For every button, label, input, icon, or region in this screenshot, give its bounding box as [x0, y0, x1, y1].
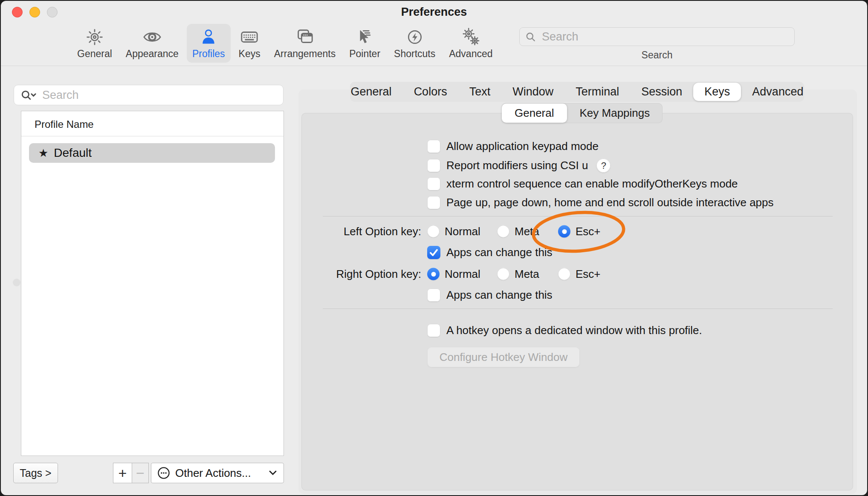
radio-right-option-esc[interactable]: [558, 268, 570, 280]
tab-label: Advanced: [752, 85, 803, 98]
add-remove-group: + −: [113, 463, 149, 483]
toolbar-item-shortcuts[interactable]: Shortcuts: [388, 24, 441, 63]
profile-search-input[interactable]: [14, 85, 283, 105]
left-option-key-label: Left Option key:: [301, 225, 421, 238]
other-actions-label: Other Actions...: [175, 467, 263, 480]
add-profile-button[interactable]: +: [113, 463, 132, 483]
tab-label: Text: [469, 85, 491, 98]
checkbox-left-apps-change[interactable]: [427, 246, 440, 259]
windows-icon: [295, 27, 315, 47]
toolbar-item-general[interactable]: General: [72, 24, 118, 63]
subtab-label: Key Mappings: [580, 107, 650, 119]
row-right-apps-change: Apps can change this: [427, 288, 553, 302]
other-actions-dropdown[interactable]: Other Actions...: [151, 463, 284, 483]
profile-tabs: General Colors Text Window Terminal Sess…: [350, 82, 804, 102]
help-button[interactable]: ?: [596, 159, 610, 173]
toolbar-item-label: Advanced: [449, 48, 492, 60]
radio-label: Meta: [515, 225, 539, 238]
keys-subtabs: General Key Mappings: [502, 103, 663, 123]
radio-label: Normal: [445, 225, 480, 238]
checkbox-xterm-modifyotherkeys[interactable]: [427, 177, 440, 190]
chevron-down-icon: [268, 470, 278, 476]
profile-name: Default: [54, 146, 92, 160]
header-divider: [21, 136, 284, 136]
subtab-label: General: [515, 107, 554, 119]
checkbox-label: A hotkey opens a dedicated window with t…: [446, 324, 702, 337]
tab-session[interactable]: Session: [630, 83, 693, 101]
radio-label: Normal: [445, 268, 480, 281]
double-gear-icon: [461, 27, 480, 47]
checkbox-report-csi-u[interactable]: [427, 159, 440, 172]
tab-label: Colors: [414, 85, 447, 98]
tags-button[interactable]: Tags >: [13, 463, 58, 483]
toolbar-item-profiles[interactable]: Profiles: [187, 24, 231, 63]
checkbox-page-scroll-outside[interactable]: [427, 196, 440, 209]
radio-label: Esc+: [576, 225, 601, 238]
radio-left-option-esc[interactable]: [558, 225, 570, 238]
checkbox-label: Report modifiers using CSI u: [446, 159, 588, 172]
radio-right-option-meta[interactable]: [497, 268, 509, 280]
section-divider: [323, 309, 833, 309]
tab-colors[interactable]: Colors: [403, 83, 458, 101]
keyboard-icon: [240, 27, 259, 47]
window-title: Preferences: [1, 6, 867, 19]
person-icon: [199, 27, 218, 47]
toolbar-item-arrangements[interactable]: Arrangements: [269, 24, 341, 63]
toolbar-divider: [1, 66, 867, 66]
ellipsis-circle-icon: [157, 466, 171, 480]
row-allow-keypad: Allow application keypad mode: [427, 140, 599, 153]
bolt-circle-icon: [405, 27, 425, 47]
keys-panel: Allow application keypad mode Report mod…: [301, 113, 853, 490]
toolbar-item-advanced[interactable]: Advanced: [443, 24, 498, 63]
tab-window[interactable]: Window: [501, 83, 564, 101]
radio-label: Meta: [515, 268, 539, 281]
section-divider: [323, 216, 833, 216]
profile-list: Profile Name ★ Default: [21, 111, 284, 456]
tab-label: Window: [512, 85, 553, 98]
row-hotkey-window: A hotkey opens a dedicated window with t…: [427, 324, 702, 337]
gear-icon: [85, 27, 104, 47]
profile-row-default[interactable]: ★ Default: [29, 143, 275, 163]
toolbar-item-label: General: [77, 48, 112, 60]
radio-right-option-normal[interactable]: [427, 268, 440, 280]
tab-text[interactable]: Text: [458, 83, 502, 101]
checkbox-allow-keypad[interactable]: [427, 140, 440, 153]
tab-advanced[interactable]: Advanced: [741, 83, 814, 101]
toolbar-search-field[interactable]: [519, 27, 795, 46]
profile-search-field[interactable]: [14, 85, 284, 105]
radio-left-option-meta[interactable]: [497, 225, 509, 238]
toolbar-item-pointer[interactable]: Pointer: [344, 24, 386, 63]
checkbox-label: Apps can change this: [446, 246, 553, 259]
star-icon: ★: [38, 147, 48, 159]
toolbar-item-label: Shortcuts: [394, 48, 435, 60]
pane-resize-dot[interactable]: [13, 279, 20, 286]
toolbar-item-keys[interactable]: Keys: [233, 24, 266, 63]
toolbar: General Appearance: [72, 24, 498, 63]
toolbar-search-input[interactable]: [520, 28, 794, 46]
preferences-window: Preferences General: [1, 1, 867, 495]
configure-hotkey-window-button[interactable]: Configure Hotkey Window: [427, 347, 580, 367]
radio-left-option-normal[interactable]: [427, 225, 440, 238]
subtab-general[interactable]: General: [502, 104, 567, 123]
toolbar-search-label: Search: [519, 49, 795, 61]
checkbox-right-apps-change[interactable]: [427, 288, 440, 302]
remove-profile-button[interactable]: −: [132, 463, 149, 483]
toolbar-item-label: Profiles: [192, 48, 225, 60]
toolbar-item-appearance[interactable]: Appearance: [120, 24, 184, 63]
row-left-apps-change: Apps can change this: [427, 246, 553, 259]
right-option-key-label: Right Option key:: [301, 268, 421, 281]
tab-general[interactable]: General: [340, 83, 403, 101]
checkbox-label: Page up, page down, home and end scroll …: [446, 196, 774, 209]
screen: Preferences General: [0, 0, 868, 496]
toolbar-item-label: Arrangements: [274, 48, 336, 60]
tab-label: General: [351, 85, 392, 98]
subtab-key-mappings[interactable]: Key Mappings: [567, 104, 663, 123]
tab-keys[interactable]: Keys: [693, 83, 741, 101]
row-csi-u: Report modifiers using CSI u ?: [427, 159, 610, 173]
cursor-icon: [355, 27, 375, 47]
left-option-key-row: Left Option key: Normal Meta Esc+: [301, 224, 853, 239]
tab-label: Terminal: [576, 85, 619, 98]
checkbox-hotkey-window[interactable]: [427, 324, 440, 337]
checkbox-label: xterm control sequence can enable modify…: [446, 177, 738, 190]
tab-terminal[interactable]: Terminal: [564, 83, 630, 101]
